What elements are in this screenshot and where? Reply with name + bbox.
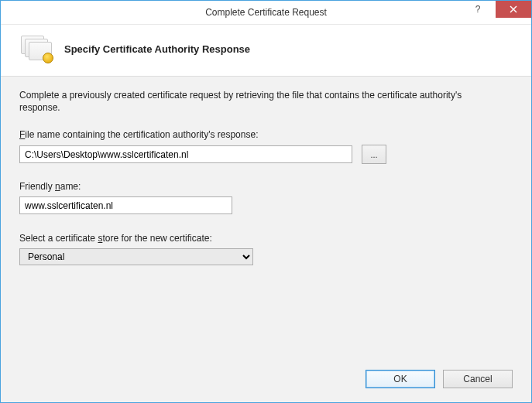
certificate-icon	[21, 36, 52, 62]
dialog-body: Complete a previously created certificat…	[1, 77, 531, 402]
browse-button[interactable]: ...	[362, 145, 386, 164]
cert-store-select[interactable]: Personal	[19, 248, 253, 265]
file-name-row: ...	[19, 145, 513, 164]
dialog-heading: Specify Certificate Authority Response	[64, 43, 250, 55]
help-icon: ?	[475, 4, 481, 15]
ok-button[interactable]: OK	[366, 370, 435, 388]
titlebar-buttons: ?	[460, 1, 531, 24]
dialog-footer: OK Cancel	[366, 370, 513, 388]
title-bar: Complete Certificate Request ?	[1, 1, 531, 25]
file-name-label: File name containing the certification a…	[19, 129, 513, 140]
description-text: Complete a previously created certificat…	[19, 89, 499, 114]
close-icon	[510, 5, 517, 13]
window-title: Complete Certificate Request	[1, 7, 531, 18]
cancel-button[interactable]: Cancel	[443, 370, 513, 388]
friendly-name-label: Friendly name:	[19, 181, 513, 192]
file-name-input[interactable]	[19, 145, 352, 163]
browse-label: ...	[370, 150, 377, 159]
friendly-name-input[interactable]	[19, 196, 232, 214]
close-button[interactable]	[496, 1, 531, 18]
dialog-header: Specify Certificate Authority Response	[1, 25, 531, 77]
dialog-window: Complete Certificate Request ? Specify C…	[0, 0, 532, 403]
cert-store-label: Select a certificate store for the new c…	[19, 233, 513, 244]
help-button[interactable]: ?	[460, 1, 496, 18]
